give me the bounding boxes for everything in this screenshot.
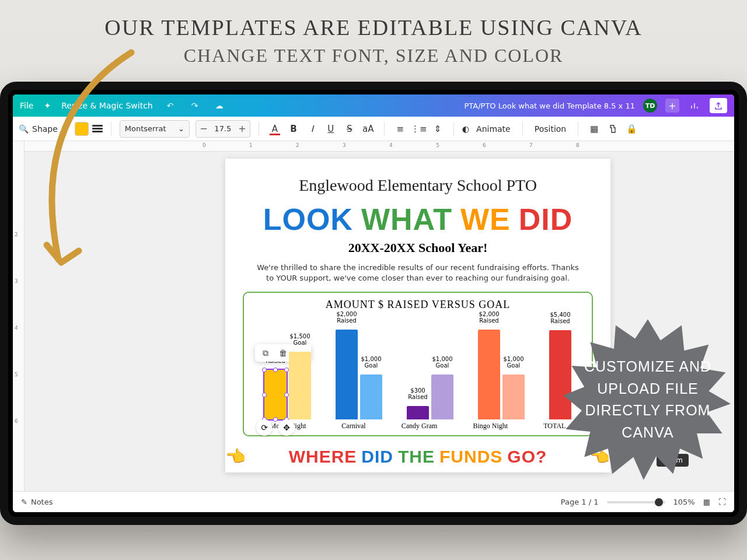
search-icon[interactable]: 🔍 (19, 124, 29, 134)
animate-icon: ◐ (462, 124, 469, 134)
bold-button[interactable]: B (286, 121, 301, 136)
underline-button[interactable]: U (323, 121, 338, 136)
font-size-value[interactable]: 17.5 (211, 124, 235, 133)
lock-icon[interactable]: 🔒 (624, 121, 639, 136)
bar-group[interactable]: $2,000Raised$1,000Goal (336, 330, 382, 420)
bar-group[interactable]: $300Raised$1,000Goal (407, 374, 453, 419)
title-word[interactable]: LOOK (263, 202, 353, 237)
align-button[interactable]: ≡ (393, 121, 408, 136)
bar-raised[interactable]: $2,000Raised (478, 330, 500, 420)
position-button[interactable]: Position (531, 124, 570, 134)
add-collaborator-button[interactable]: + (665, 99, 679, 113)
bar-label: $1,000Goal (504, 356, 524, 369)
cloud-sync-icon: ☁ (212, 99, 226, 113)
sb-line3: DIRECTLY FROM (585, 400, 711, 422)
bar-label: $1,000Goal (361, 356, 382, 369)
text-case-button[interactable]: aA (361, 121, 376, 136)
fill-color-swatch[interactable] (75, 122, 89, 136)
pointing-hand-left-icon: 👉 (225, 447, 246, 466)
bar-goal[interactable]: $1,000Goal (502, 374, 525, 419)
spacing-button[interactable]: ⇕ (430, 121, 445, 136)
chart-title[interactable]: AMOUNT $ RAISED VERSUS GOAL (252, 299, 584, 311)
selection-handle[interactable] (284, 393, 289, 397)
title-word[interactable]: DID (519, 202, 573, 237)
category-label: Bingo Night (473, 422, 508, 430)
chart-container[interactable]: AMOUNT $ RAISED VERSUS GOAL $1,100Raised… (243, 292, 593, 436)
italic-button[interactable]: I (305, 121, 320, 136)
animate-button[interactable]: Animate (473, 124, 514, 134)
main-title[interactable]: LOOKWHATWEDID (243, 202, 593, 237)
magic-icon: ✦ (44, 101, 51, 110)
list-button[interactable]: ⋮≡ (411, 121, 427, 136)
section2-word[interactable]: GO? (507, 447, 547, 467)
sb-line1: CUSTOMIZE AND (584, 356, 711, 378)
transparency-icon[interactable]: ▦ (587, 121, 602, 136)
section2-word[interactable]: WHERE (289, 447, 357, 467)
delete-icon[interactable]: 🗑 (277, 347, 289, 359)
section2-word[interactable]: THE (398, 447, 435, 467)
font-name: Montserrat (125, 124, 166, 133)
app-topbar: File ✦ Resize & Magic Switch ↶ ↷ ☁ PTA/P… (13, 94, 734, 117)
document-title[interactable]: PTA/PTO Look what we did Template 8.5 x … (465, 102, 635, 110)
redo-icon[interactable]: ↷ (188, 99, 202, 113)
fullscreen-icon[interactable]: ⛶ (718, 498, 726, 506)
title-word[interactable]: WE (460, 202, 511, 237)
promo-line1: OUR TEMPLATES ARE EDITABLE USING CANVA (0, 15, 747, 40)
bar-raised[interactable]: $300Raised (407, 406, 429, 419)
chevron-down-icon: ⌄ (178, 124, 184, 133)
formatting-toolbar: 🔍 Shape Montserrat ⌄ − 17.5 + A B (13, 117, 734, 141)
undo-icon[interactable]: ↶ (163, 99, 177, 113)
bar-raised[interactable]: $1,100Raised⧉🗑⋯⟳✥ (264, 370, 287, 419)
zoom-slider[interactable] (607, 501, 665, 503)
rotate-icon[interactable]: ⟳ (256, 419, 273, 436)
font-size-stepper[interactable]: − 17.5 + (196, 120, 250, 138)
zoom-handle[interactable] (655, 498, 663, 506)
floating-controls: ⟳✥ (256, 419, 295, 436)
text-color-icon[interactable]: A (267, 121, 282, 136)
title-word[interactable]: WHAT (361, 202, 452, 237)
border-style-icon[interactable] (92, 125, 103, 132)
bar-group[interactable]: $1,100Raised⧉🗑⋯⟳✥$1,500Goal (264, 352, 311, 419)
notes-button[interactable]: ✎ Notes (21, 498, 53, 506)
section2-word[interactable]: FUNDS (439, 447, 502, 467)
analytics-icon[interactable] (687, 99, 701, 113)
ruler-horizontal: 0 1 2 3 4 5 6 7 8 (25, 141, 734, 152)
sb-line2: UPLOAD FILE (597, 378, 699, 400)
body-text[interactable]: We're thrilled to share the incredible r… (243, 262, 593, 284)
duplicate-icon[interactable]: ⧉ (260, 347, 271, 359)
strikethrough-button[interactable]: S (342, 121, 357, 136)
selection-handle[interactable] (262, 368, 267, 372)
bar-goal[interactable]: $1,000Goal (431, 374, 453, 419)
sb-line4: CANVA (622, 422, 673, 444)
move-icon[interactable]: ✥ (278, 419, 295, 436)
resize-menu[interactable]: Resize & Magic Switch (61, 101, 153, 110)
page-indicator[interactable]: Page 1 / 1 (561, 498, 599, 506)
bar-goal[interactable]: $1,500Goal (289, 352, 311, 419)
decrease-size-button[interactable]: − (196, 123, 211, 134)
document-page[interactable]: Englewood Elementary School PTO LOOKWHAT… (225, 159, 610, 473)
section2-word[interactable]: DID (361, 447, 393, 467)
grid-view-icon[interactable]: ▦ (703, 498, 710, 506)
avatar[interactable]: TD (643, 99, 657, 113)
bar-raised[interactable]: $2,000Raised (336, 330, 358, 420)
bar-goal[interactable]: $1,000Goal (360, 374, 382, 419)
increase-size-button[interactable]: + (235, 123, 250, 134)
zoom-value[interactable]: 105% (673, 498, 695, 506)
font-family-select[interactable]: Montserrat ⌄ (120, 120, 190, 138)
bar-chart[interactable]: $1,100Raised⧉🗑⋯⟳✥$1,500Goal$2,000Raised$… (252, 314, 584, 419)
selection-handle[interactable] (262, 393, 267, 397)
selection-handle[interactable] (273, 368, 278, 372)
school-name[interactable]: Englewood Elementary School PTO (243, 176, 593, 195)
share-button[interactable] (710, 98, 727, 113)
status-bar: ✎ Notes Page 1 / 1 105% ▦ ⛶ (13, 491, 734, 512)
bar-label: $1,500Goal (290, 333, 310, 346)
bar-label: $1,000Goal (432, 356, 453, 369)
copy-style-icon[interactable] (605, 121, 620, 136)
subtitle[interactable]: 20XX-20XX School Year! (243, 240, 593, 256)
bar-label: $2,000Raised (479, 311, 500, 324)
section-2-title[interactable]: 👉 👈 WHEREDIDTHEFUNDSGO? (243, 447, 593, 467)
category-labels: Movie NightCarnivalCandy GramBingo Night… (252, 422, 584, 430)
selection-handle[interactable] (284, 368, 289, 372)
file-menu[interactable]: File (20, 101, 33, 110)
bar-group[interactable]: $2,000Raised$1,000Goal (478, 330, 525, 420)
